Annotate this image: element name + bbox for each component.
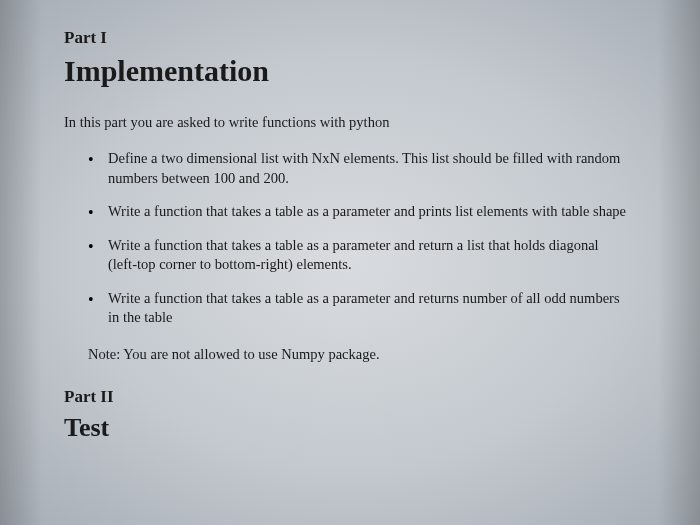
part2-label: Part II [64, 387, 636, 407]
bullet-list: Define a two dimensional list with NxN e… [64, 149, 636, 328]
list-item: Define a two dimensional list with NxN e… [108, 149, 636, 188]
list-item: Write a function that takes a table as a… [108, 236, 636, 275]
part1-note: Note: You are not allowed to use Numpy p… [64, 346, 636, 363]
part1-title: Implementation [64, 54, 636, 88]
part1-label: Part I [64, 28, 636, 48]
list-item: Write a function that takes a table as a… [108, 202, 636, 222]
list-item: Write a function that takes a table as a… [108, 289, 636, 328]
part2-title: Test [64, 413, 636, 443]
part1-intro: In this part you are asked to write func… [64, 114, 636, 131]
